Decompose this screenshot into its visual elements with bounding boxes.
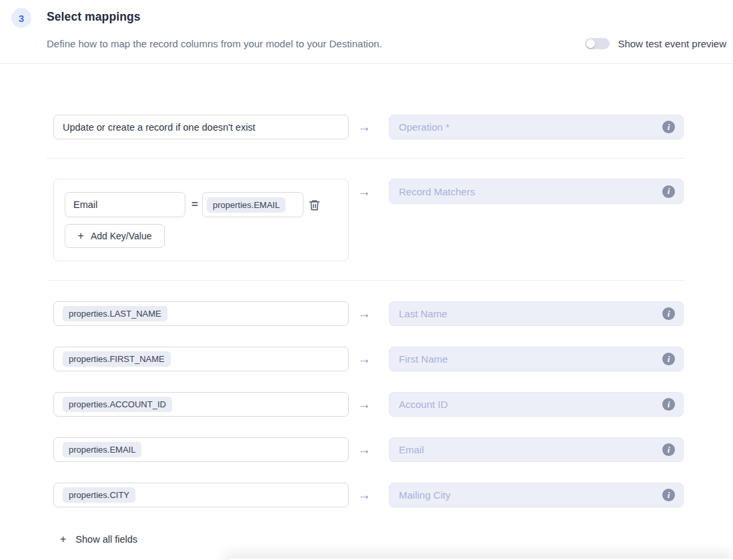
page-subtitle: Define how to map the record columns fro… [47,38,382,49]
arrow-right-icon: → [352,179,376,204]
mapping-destination-field[interactable]: Email i [389,437,684,462]
show-all-fields-label: Show all fields [75,534,137,545]
arrow-right-icon: → [352,347,376,371]
record-matchers-group [53,179,349,261]
trash-icon [308,199,321,211]
show-all-fields-button[interactable]: + Show all fields [60,533,137,545]
source-column-chip: properties.EMAIL [63,442,141,457]
toggle-label: Show test event preview [618,38,726,49]
page-title: Select mappings [47,10,141,24]
source-column-chip: properties.CITY [63,487,135,503]
section-divider [47,280,685,281]
mapping-destination-field[interactable]: Last Name i [389,301,684,326]
equals-icon: = [188,192,201,217]
step-number-badge: 3 [11,8,31,28]
mapping-source-input[interactable]: properties.EMAIL [53,437,349,462]
arrow-right-icon: → [352,115,376,139]
plus-icon: + [78,230,84,242]
info-icon[interactable]: i [662,121,675,133]
destination-placeholder: Account ID [399,399,448,410]
mapping-source-input[interactable]: properties.FIRST_NAME [53,347,349,371]
mapping-destination-field[interactable]: Mailing City i [389,483,684,507]
mapping-destination-field[interactable]: First Name i [389,347,684,371]
info-icon[interactable]: i [662,443,675,456]
mapping-destination-field[interactable]: Account ID i [389,392,684,417]
operation-source-input[interactable]: Update or create a record if one doesn't… [53,115,349,139]
arrow-right-icon: → [352,483,376,507]
plus-icon: + [60,533,66,545]
record-matchers-destination-field[interactable]: Record Matchers i [389,179,684,204]
mapping-source-input[interactable]: properties.CITY [53,483,349,507]
operation-destination-field[interactable]: Operation * i [389,115,684,139]
matcher-value-input[interactable]: properties.EMAIL [202,192,303,217]
mapping-source-input[interactable]: properties.LAST_NAME [53,301,349,326]
add-key-value-label: Add Key/Value [91,231,152,241]
info-icon[interactable]: i [662,489,675,501]
destination-placeholder: Operation * [399,121,450,133]
source-column-chip: properties.FIRST_NAME [63,351,171,367]
matcher-value-chip: properties.EMAIL [207,197,285,213]
source-column-chip: properties.ACCOUNT_ID [63,397,172,412]
source-column-chip: properties.LAST_NAME [63,306,167,321]
delete-matcher-button[interactable] [307,197,321,212]
toggle-knob-icon [586,39,595,48]
arrow-right-icon: → [352,392,376,417]
info-icon[interactable]: i [662,398,675,411]
header-divider [0,63,733,64]
info-icon[interactable]: i [662,307,675,320]
destination-placeholder: Mailing City [399,489,451,501]
info-icon[interactable]: i [662,353,675,365]
show-test-event-preview-toggle[interactable] [585,38,610,49]
mapping-source-input[interactable]: properties.ACCOUNT_ID [53,392,349,417]
add-key-value-button[interactable]: + Add Key/Value [65,224,165,248]
destination-placeholder: Record Matchers [399,186,475,197]
destination-placeholder: Email [399,444,424,455]
arrow-right-icon: → [352,301,376,326]
destination-placeholder: First Name [399,353,448,365]
info-icon[interactable]: i [662,185,675,198]
section-divider [47,158,685,159]
matcher-key-input[interactable]: Email [65,192,185,217]
arrow-right-icon: → [352,437,376,462]
test-event-preview-toggle-group: Show test event preview [585,38,726,49]
destination-placeholder: Last Name [399,308,448,319]
